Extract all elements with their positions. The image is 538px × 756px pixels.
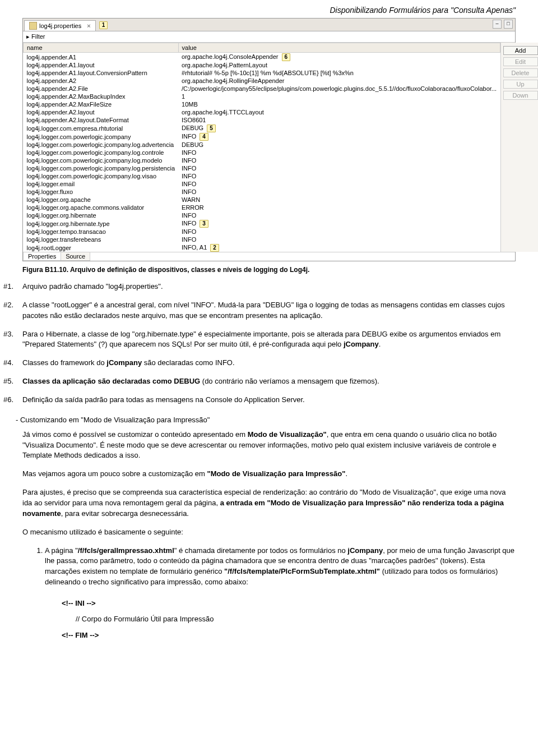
table-row[interactable]: log4j.appender.A1org.apache.log4j.Consol… [24, 53, 500, 62]
table-row[interactable]: log4j.logger.com.powerlogic.jcompanyINFO… [24, 132, 500, 141]
tab-source[interactable]: Source [61, 252, 90, 261]
cell-value: org.apache.log4j.RollingFileAppender [178, 77, 500, 85]
table-row[interactable]: log4j.logger.com.powerlogic.jcompany.log… [24, 141, 500, 149]
table-row[interactable]: log4j.appender.A1.layout.ConversionPatte… [24, 69, 500, 77]
callout-badge: 5 [207, 125, 216, 132]
item-number: #2. [3, 300, 22, 311]
table-row[interactable]: log4j.appender.A1.layoutorg.apache.log4j… [24, 61, 500, 69]
cell-value: INFO [178, 164, 500, 172]
numbered-list: A página "/f/fcls/geralImpressao.xhtml" … [22, 546, 516, 588]
table-row[interactable]: log4j.appender.A2.File/C:/powerlogic/jco… [24, 85, 500, 93]
item-text: são declaradas como INFO. [142, 358, 234, 367]
li-text-bold: "/f/fcls/template/PlcFormSubTemplate.xht… [224, 567, 380, 575]
table-row[interactable]: log4j.logger.fluxoINFO [24, 188, 500, 196]
item-text: Classes do framework do [22, 358, 106, 367]
delete-button[interactable]: Delete [503, 68, 538, 77]
table-row[interactable]: log4j.logger.com.powerlogic.jcompany.log… [24, 149, 500, 156]
item-text: A classe "rootLogger" é a ancestral gera… [22, 301, 505, 320]
table-row[interactable]: log4j.rootLoggerINFO, A12 [24, 243, 500, 252]
cell-value: INFO [178, 228, 500, 236]
cell-name: log4j.logger.tempo.transacao [24, 228, 179, 236]
cell-value: INFO [178, 180, 500, 188]
table-row[interactable]: log4j.logger.org.hibernateINFO [24, 211, 500, 219]
cell-name: log4j.appender.A2.layout.DateFormat [24, 116, 179, 124]
cell-name: log4j.logger.com.powerlogic.jcompany [24, 132, 179, 141]
table-row[interactable]: log4j.logger.com.powerlogic.jcompany.log… [24, 172, 500, 180]
table-row[interactable]: log4j.appender.A2.layoutorg.apache.log4j… [24, 108, 500, 116]
cell-value: 1 [178, 93, 500, 100]
table-row[interactable]: log4j.logger.emailINFO [24, 180, 500, 188]
table-row[interactable]: log4j.logger.com.empresa.rhtutorialDEBUG… [24, 124, 500, 132]
cell-name: log4j.appender.A2.File [24, 85, 179, 93]
down-button[interactable]: Down [503, 91, 538, 100]
filter-label: Filter [31, 33, 45, 40]
item-text: (do contrário não veríamos a mensagem qu… [200, 377, 379, 385]
cell-name: log4j.logger.com.powerlogic.jcompany.log… [24, 172, 179, 180]
cell-name: log4j.logger.org.hibernate [24, 211, 179, 219]
cell-name: log4j.logger.org.apache.commons.validato… [24, 204, 179, 211]
paragraph: Mas vejamos agora um pouco sobre a custo… [22, 469, 516, 480]
callout-badge: 4 [200, 133, 208, 141]
filter-section[interactable]: ▸ Filter [23, 31, 515, 43]
item-number: #4. [3, 358, 22, 368]
list-item: A página "/f/fcls/geralImpressao.xhtml" … [45, 546, 516, 588]
up-button[interactable]: Up [503, 80, 538, 89]
cell-value: INFO [178, 188, 500, 196]
paragraph: Para ajustes, é preciso que se compreend… [22, 487, 516, 519]
code-line: <!-- FIM --> [62, 628, 516, 644]
item-text: . [379, 340, 381, 348]
callout-badge: 6 [282, 53, 291, 61]
li-text: " é chamada diretamente por todos os for… [174, 546, 348, 555]
para-text: Já vimos como é possível se customizar o… [22, 430, 248, 439]
item-text: Arquivo padrão chamado "log4j.properties… [22, 282, 163, 291]
editor-window-buttons: – □ [493, 20, 513, 29]
item-text-bold: jCompany [344, 340, 379, 348]
properties-editor: log4j.properties × 1 – □ ▸ Filter name v… [22, 18, 516, 261]
add-button[interactable]: Add [503, 46, 538, 55]
cell-name: log4j.logger.com.powerlogic.jcompany.log… [24, 156, 179, 164]
cell-name: log4j.logger.fluxo [24, 188, 179, 196]
cell-value: INFO [178, 211, 500, 219]
close-icon[interactable]: × [87, 22, 90, 29]
tab-properties[interactable]: Properties [23, 252, 61, 261]
section-title: - Customizando em "Modo de Visualização … [16, 416, 516, 424]
cell-name: log4j.logger.com.powerlogic.jcompany.log… [24, 141, 179, 149]
item-text-bold: Classes da aplicação são declaradas como… [22, 377, 200, 385]
edit-button[interactable]: Edit [503, 57, 538, 66]
cell-name: log4j.logger.com.empresa.rhtutorial [24, 124, 179, 132]
table-row[interactable]: log4j.logger.org.hibernate.typeINFO3 [24, 219, 500, 228]
cell-name: log4j.appender.A1.layout.ConversionPatte… [24, 69, 179, 77]
cell-value: INFO [178, 149, 500, 156]
table-row[interactable]: log4j.appender.A2.layout.DateFormatISO86… [24, 116, 500, 124]
table-row[interactable]: log4j.appender.A2.MaxFileSize10MB [24, 100, 500, 108]
cell-name: log4j.appender.A2.layout [24, 108, 179, 116]
para-text-bold: "Modo de Visualização para Impressão" [207, 469, 346, 478]
table-row[interactable]: log4j.appender.A2.MaxBackupIndex1 [24, 93, 500, 100]
minimize-icon[interactable]: – [493, 20, 502, 29]
item-number: #3. [3, 329, 22, 340]
cell-value: org.apache.log4j.ConsoleAppender6 [178, 53, 500, 62]
code-line: <!-- INI --> [62, 596, 516, 612]
paragraph: Já vimos como é possível se customizar o… [22, 430, 516, 462]
cell-value: DEBUG [178, 141, 500, 149]
cell-value: /C:/powerlogic/jcompany55/eclipse/plugin… [178, 85, 500, 93]
table-row[interactable]: log4j.logger.com.powerlogic.jcompany.log… [24, 156, 500, 164]
code-block: <!-- INI --> // Corpo do Formulário Útil… [62, 596, 516, 644]
item-number: #5. [3, 376, 22, 387]
table-row[interactable]: log4j.logger.transferebeansINFO [24, 236, 500, 243]
table-row[interactable]: log4j.logger.com.powerlogic.jcompany.log… [24, 164, 500, 172]
page-header-title: Disponibilizando Formulários para "Consu… [22, 6, 516, 15]
cell-value: ISO8601 [178, 116, 500, 124]
cell-value: INFO [178, 156, 500, 164]
maximize-icon[interactable]: □ [504, 20, 513, 29]
col-header-name[interactable]: name [24, 43, 179, 53]
code-line: // Corpo do Formulário Útil para Impress… [62, 611, 516, 628]
table-row[interactable]: log4j.logger.org.apache.commons.validato… [24, 204, 500, 211]
cell-value: org.apache.log4j.TTCCLayout [178, 108, 500, 116]
table-row[interactable]: log4j.logger.tempo.transacaoINFO [24, 228, 500, 236]
table-row[interactable]: log4j.appender.A2org.apache.log4j.Rollin… [24, 77, 500, 85]
col-header-value[interactable]: value [178, 43, 500, 53]
cell-name: log4j.logger.org.hibernate.type [24, 219, 179, 228]
editor-tab-log4j[interactable]: log4j.properties × [24, 20, 96, 31]
table-row[interactable]: log4j.logger.org.apacheWARN [24, 196, 500, 204]
